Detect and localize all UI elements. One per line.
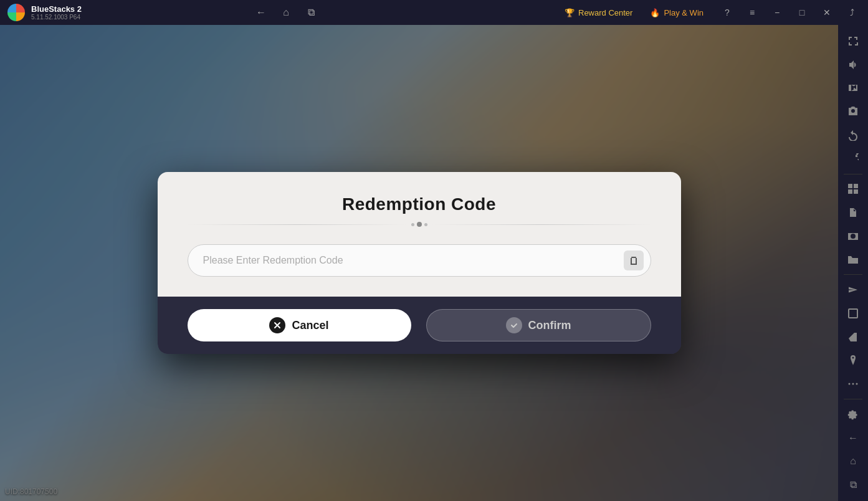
help-button[interactable]: ? [716,2,738,22]
close-button[interactable]: ✕ [816,2,838,22]
svg-rect-4 [849,309,857,318]
expand-button[interactable]: ⤴ [841,2,863,22]
divider-line-right [432,224,651,225]
settings-icon[interactable] [841,403,866,426]
back-button[interactable]: ← [254,5,269,20]
pin-icon[interactable] [841,350,866,372]
rotate-icon[interactable] [841,124,866,146]
modal-overlay: Redemption Code [0,25,838,501]
folder-icon[interactable] [841,249,866,271]
divider-dots [411,222,427,227]
back-sidebar-icon[interactable]: ← [841,427,866,449]
restore-button[interactable]: □ [791,2,813,22]
cancel-button[interactable]: Cancel [188,309,411,341]
minimize-button[interactable]: − [766,2,788,22]
clipboard-sidebar-icon[interactable]: ⧉ [841,474,866,496]
trophy-icon: 🏆 [565,8,575,17]
play-win-label: Play & Win [664,8,703,17]
cancel-label: Cancel [292,319,328,332]
confirm-label: Confirm [528,319,571,332]
titlebar-actions: 🏆 Reward Center 🔥 Play & Win [557,6,711,20]
app-version: 5.11.52.1003 P64 [31,14,82,21]
copy-button[interactable]: ⧉ [303,5,318,20]
modal-footer: Cancel Confirm [158,297,681,354]
divider-dot-2 [417,222,422,227]
menu-button[interactable]: ≡ [741,2,763,22]
confirm-button[interactable]: Confirm [426,309,651,341]
svg-rect-3 [854,189,858,194]
bluestacks-logo [7,4,25,21]
volume-icon[interactable] [841,54,866,76]
x-icon [274,322,281,329]
svg-rect-2 [848,189,852,194]
window-controls: ? ≡ − □ ✕ ⤴ [711,2,868,22]
svg-point-7 [856,383,858,385]
svg-point-6 [852,383,854,385]
check-icon [510,322,518,329]
svg-rect-0 [848,184,852,188]
eraser-icon[interactable] [841,326,866,348]
modal-body: Redemption Code [158,172,681,297]
divider-dot-3 [424,223,427,226]
plane-icon[interactable] [841,279,866,301]
video-icon[interactable] [841,77,866,100]
more-icon[interactable] [841,373,866,395]
right-sidebar: ← ⌂ ⧉ [838,25,868,501]
nav-controls: ← ⌂ ⧉ [244,5,328,20]
redemption-code-modal: Redemption Code [158,172,681,354]
sidebar-divider-2 [844,274,862,275]
reward-center-button[interactable]: 🏆 Reward Center [557,6,640,20]
camera-icon[interactable] [841,225,866,247]
fullscreen-icon[interactable] [841,30,866,52]
home-sidebar-icon[interactable]: ⌂ [841,450,866,472]
resize-icon[interactable] [841,302,866,325]
home-button[interactable]: ⌂ [279,5,293,20]
sidebar-divider-3 [844,399,862,399]
clipboard-paste-icon [629,255,639,265]
paste-button[interactable] [624,250,644,270]
app-name: BlueStacks 2 [31,4,82,14]
files-icon[interactable] [841,201,866,224]
cancel-icon-circle [269,317,285,333]
play-win-button[interactable]: 🔥 Play & Win [642,6,711,20]
redemption-code-input[interactable] [188,244,651,277]
confirm-icon-circle [506,317,522,333]
svg-point-5 [849,383,851,385]
svg-rect-1 [854,184,858,188]
modal-title: Redemption Code [342,194,496,214]
fire-icon: 🔥 [650,8,660,17]
apps-icon[interactable] [841,178,866,200]
screenshot-icon[interactable] [841,100,866,123]
divider-dot-1 [411,223,414,226]
refresh-icon[interactable] [841,148,866,170]
titlebar: BlueStacks 2 5.11.52.1003 P64 ← ⌂ ⧉ 🏆 Re… [0,0,868,25]
divider-line-left [188,224,406,225]
modal-divider [188,222,651,227]
code-input-wrapper [188,244,651,277]
sidebar-divider-1 [844,174,862,174]
reward-center-label: Reward Center [578,8,632,17]
